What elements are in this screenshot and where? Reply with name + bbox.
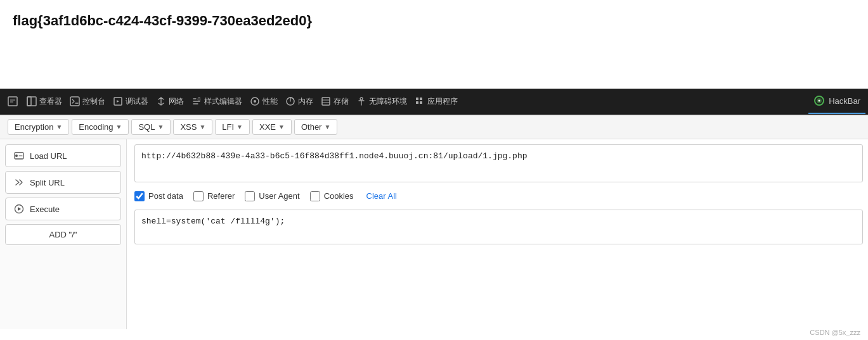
encryption-menu[interactable]: Encryption ▼: [8, 119, 69, 135]
devtools-storage[interactable]: 存储: [317, 89, 353, 114]
svg-rect-13: [416, 101, 418, 104]
svg-point-7: [254, 100, 256, 103]
options-row: Post data Referer User Agent Cookies Cle…: [134, 187, 863, 205]
other-menu[interactable]: Other ▼: [294, 119, 337, 135]
sql-menu[interactable]: SQL ▼: [131, 119, 171, 135]
svg-point-10: [360, 98, 363, 100]
post-data-input[interactable]: [134, 191, 145, 201]
cookies-checkbox[interactable]: Cookies: [310, 191, 354, 201]
load-url-icon: [13, 150, 25, 161]
lfi-arrow: ▼: [236, 123, 243, 130]
flag-area: flag{3af1d6bc-c424-43cf-9399-730ea3ed2ed…: [0, 0, 868, 89]
watermark: CSDN @5x_zzz: [810, 329, 860, 329]
lfi-menu[interactable]: LFI ▼: [215, 119, 250, 135]
sql-arrow: ▼: [157, 123, 164, 130]
hackbar-toolbar: Encryption ▼ Encoding ▼ SQL ▼ XSS ▼ LFI …: [0, 115, 868, 139]
right-panel: http://4b632b88-439e-4a33-b6c5-16f884d38…: [127, 139, 868, 329]
devtools-inspector[interactable]: 查看器: [23, 89, 66, 114]
svg-rect-1: [27, 97, 36, 106]
referer-checkbox[interactable]: Referer: [193, 191, 235, 201]
split-url-button[interactable]: Split URL: [5, 171, 121, 194]
xxe-menu[interactable]: XXE ▼: [252, 119, 292, 135]
xss-arrow: ▼: [199, 123, 205, 130]
post-data-checkbox[interactable]: Post data: [134, 191, 183, 201]
execute-button[interactable]: Execute: [5, 198, 121, 220]
svg-point-17: [819, 100, 820, 102]
devtools-debugger[interactable]: 调试器: [109, 89, 152, 114]
encoding-menu[interactable]: Encoding ▼: [72, 119, 129, 135]
hackbar-main: Load URL Split URL Execute ADD "/": [0, 139, 868, 329]
xss-menu[interactable]: XSS ▼: [173, 119, 212, 135]
svg-rect-14: [420, 101, 422, 104]
other-arrow: ▼: [324, 123, 330, 130]
devtools-performance[interactable]: 性能: [246, 89, 282, 114]
user-agent-input[interactable]: [245, 191, 255, 201]
execute-icon: [13, 203, 25, 215]
flag-text: flag{3af1d6bc-c424-43cf-9399-730ea3ed2ed…: [13, 13, 312, 29]
devtools-bar: 查看器 控制台 调试器 网络 {} 样式编辑器 性能: [0, 89, 868, 115]
svg-text:{}: {}: [197, 96, 201, 101]
devtools-style-editor[interactable]: {} 样式编辑器: [188, 89, 246, 114]
svg-rect-12: [420, 98, 422, 100]
split-url-icon: [13, 177, 25, 188]
svg-rect-3: [70, 97, 79, 106]
add-slash-button[interactable]: ADD "/": [5, 224, 121, 245]
devtools-network[interactable]: 网络: [152, 89, 188, 114]
user-agent-checkbox[interactable]: User Agent: [245, 191, 299, 201]
shell-input[interactable]: shell=system('cat /fllll4g');: [134, 210, 863, 244]
cookies-input[interactable]: [310, 191, 320, 201]
svg-rect-2: [27, 97, 31, 106]
svg-rect-11: [416, 98, 418, 100]
devtools-hackbar[interactable]: HackBar: [808, 89, 865, 114]
svg-rect-9: [322, 98, 330, 105]
svg-rect-0: [8, 97, 17, 106]
referer-input[interactable]: [193, 191, 204, 201]
devtools-console[interactable]: 控制台: [66, 89, 109, 114]
svg-point-19: [15, 154, 18, 157]
left-panel: Load URL Split URL Execute ADD "/": [0, 139, 127, 329]
encryption-arrow: ▼: [56, 123, 62, 130]
devtools-accessibility[interactable]: 无障碍环境: [353, 89, 411, 114]
clear-all-button[interactable]: Clear All: [364, 190, 399, 202]
devtools-memory[interactable]: 内存: [282, 89, 317, 114]
url-input[interactable]: http://4b632b88-439e-4a33-b6c5-16f884d38…: [134, 144, 863, 182]
devtools-inspect-icon[interactable]: [4, 92, 22, 110]
load-url-button[interactable]: Load URL: [5, 144, 121, 167]
encoding-arrow: ▼: [116, 123, 122, 130]
devtools-apps[interactable]: 应用程序: [411, 89, 462, 114]
xxe-arrow: ▼: [278, 123, 285, 130]
